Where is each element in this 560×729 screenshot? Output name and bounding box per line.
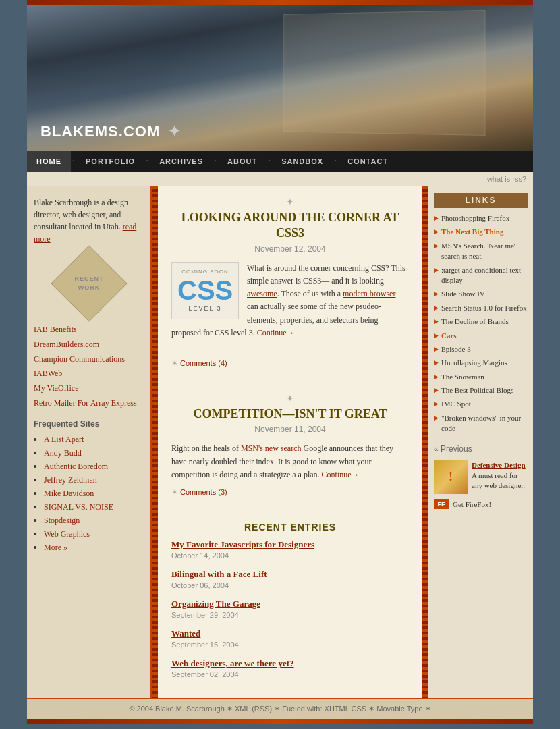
nav-sep-1: ·	[71, 155, 76, 167]
recent-entry-date-1: October 06, 2004	[171, 581, 229, 589]
article-css3: ✦ LOOKING AROUND THE CORNER AT CSS3 Nove…	[171, 196, 409, 379]
client-link-1[interactable]: DreamBuilders.com	[34, 339, 144, 350]
previous-link[interactable]: « Previous	[434, 444, 528, 454]
nav-contact[interactable]: CONTACT	[338, 151, 397, 172]
article-date-1: November 12, 2004	[171, 244, 409, 254]
article-comments-2[interactable]: Comments (3)	[180, 488, 227, 496]
client-link-0[interactable]: IAB Benefits	[34, 324, 144, 335]
site-title: BLAKEMS.COM ✦	[40, 123, 181, 140]
freq-link-1[interactable]: Andy Budd	[44, 448, 144, 458]
right-link-1[interactable]: The Next Big Thing	[434, 227, 528, 237]
recent-entry-4: Web designers, are we there yet? Septemb…	[171, 658, 409, 680]
css3-continue-link[interactable]: Continue→	[257, 328, 295, 338]
recent-entry-date-4: September 02, 2004	[171, 670, 239, 678]
nav-sep-3: ·	[213, 155, 218, 167]
recent-entries-title: RECENT ENTRIES	[171, 522, 409, 533]
css-badge: COMING SOON CSS LEVEL 3	[171, 262, 239, 319]
msn-search-link[interactable]: MSN's new search	[241, 443, 301, 453]
nav-portfolio[interactable]: PORTFOLIO	[76, 151, 144, 172]
right-link-5[interactable]: Search Status 1.0 for Firefox	[434, 303, 528, 313]
competition-continue-link[interactable]: Continue→	[322, 470, 360, 479]
article-competition: ✦ COMPETITION—ISN'T IT GREAT November 11…	[171, 393, 409, 508]
right-link-13[interactable]: "Broken windows" in your code	[434, 413, 528, 434]
freq-link-3[interactable]: Jeffrey Zeldman	[44, 475, 144, 485]
nav-sep-2: ·	[144, 155, 150, 167]
recent-work-diamond: RECENT WORK	[34, 253, 144, 314]
defensive-design-ad: ! Defensive Design A must read for any w…	[434, 460, 528, 494]
recent-entry-date-3: September 15, 2004	[171, 641, 239, 649]
recent-entry-link-2[interactable]: Organizing The Garage	[171, 599, 260, 609]
css3-awesome-link[interactable]: awesome	[247, 289, 277, 298]
article-star-2: ✦	[171, 393, 409, 404]
left-sidebar: Blake Scarbrough is a design director, w…	[27, 186, 152, 698]
freq-link-4[interactable]: Mike Davidson	[44, 488, 144, 499]
right-link-3[interactable]: :target and conditional text display	[434, 265, 528, 286]
css-number: CSS	[177, 277, 233, 304]
freq-link-more[interactable]: More »	[44, 542, 144, 553]
right-sidebar: LINKS Photoshopping Firefox The Next Big…	[428, 186, 533, 698]
center-column: ✦ LOOKING AROUND THE CORNER AT CSS3 Nove…	[152, 186, 428, 698]
right-link-0[interactable]: Photoshopping Firefox	[434, 213, 528, 223]
firefox-text: Get FireFox!	[453, 500, 491, 508]
nav-about[interactable]: ABOUT	[218, 151, 267, 172]
right-link-6[interactable]: The Decline of Brands	[434, 317, 528, 327]
nav-archives[interactable]: ARCHIVES	[150, 151, 213, 172]
article-date-2: November 11, 2004	[171, 425, 409, 434]
firefox-block: FF Get FireFox!	[434, 500, 528, 509]
nav-home[interactable]: HOME	[27, 151, 71, 172]
page-wrapper: BLAKEMS.COM ✦ HOME · PORTFOLIO · ARCHIVE…	[27, 0, 533, 724]
article-title-1: LOOKING AROUND THE CORNER AT CSS3	[171, 210, 409, 242]
right-link-7[interactable]: Cars	[434, 331, 528, 341]
main-navigation: HOME · PORTFOLIO · ARCHIVES · ABOUT · SA…	[27, 151, 533, 172]
client-link-5[interactable]: Retro Mailer For Array Express	[34, 398, 144, 409]
nav-sep-5: ·	[333, 155, 338, 167]
nav-sandbox[interactable]: SANDBOX	[272, 151, 333, 172]
freq-link-5[interactable]: SIGNAL VS. NOISE	[44, 502, 144, 512]
client-link-3[interactable]: IABWeb	[34, 368, 144, 379]
css-level: LEVEL 3	[177, 304, 233, 313]
recent-entry-3: Wanted September 15, 2004	[171, 628, 409, 650]
article-star-deco-1: ✶	[171, 358, 180, 368]
article-comments-1[interactable]: Comments (4)	[180, 359, 227, 367]
frequented-links: A List Apart Andy Budd Authentic Boredom…	[34, 434, 144, 553]
ad-link[interactable]: Defensive Design	[472, 461, 526, 469]
frequented-sites-title: Frequented Sites	[34, 419, 144, 429]
recent-entry-date-2: September 29, 2004	[171, 611, 239, 619]
rss-link[interactable]: what is rss?	[487, 175, 526, 183]
right-link-2[interactable]: MSN's Search. 'Near me' search is neat.	[434, 241, 528, 262]
site-header: BLAKEMS.COM ✦	[27, 5, 533, 151]
top-border	[27, 0, 533, 5]
article-star-1: ✦	[171, 196, 409, 208]
recent-entry-1: Bilingual with a Face Lift October 06, 2…	[171, 569, 409, 591]
main-layout: Blake Scarbrough is a design director, w…	[27, 186, 533, 698]
client-link-2[interactable]: Champion Communications	[34, 354, 144, 365]
recent-entry-link-0[interactable]: My Favorite Javascripts for Designers	[171, 539, 314, 549]
article-body-1: COMING SOON CSS LEVEL 3 What is around t…	[171, 262, 409, 352]
article-title-2: COMPETITION—ISN'T IT GREAT	[171, 406, 409, 422]
right-link-9[interactable]: Uncollapsing Margins	[434, 358, 528, 368]
right-link-8[interactable]: Episode 3	[434, 344, 528, 354]
client-link-4[interactable]: My ViaOffice	[34, 383, 144, 394]
css3-modern-browser-link[interactable]: modern browser	[343, 289, 395, 298]
recent-entry-link-3[interactable]: Wanted	[171, 628, 200, 639]
right-link-10[interactable]: The Snowman	[434, 372, 528, 382]
recent-entry-date-0: October 14, 2004	[171, 551, 229, 560]
bio-text: Blake Scarbrough is a design director, w…	[34, 196, 144, 245]
footer-text: © 2004 Blake M. Scarbrough ✶ XML (RSS) ✶…	[129, 705, 430, 713]
freq-link-6[interactable]: Stopdesign	[44, 515, 144, 526]
right-link-11[interactable]: The Best Political Blogs	[434, 385, 528, 396]
right-link-12[interactable]: IMC Spot	[434, 399, 528, 409]
recent-entry-link-4[interactable]: Web designers, are we there yet?	[171, 658, 293, 668]
ad-image: !	[434, 460, 468, 494]
rss-bar: what is rss?	[27, 172, 533, 186]
recent-entry-0: My Favorite Javascripts for Designers Oc…	[171, 539, 409, 561]
right-links-list: Photoshopping Firefox The Next Big Thing…	[434, 213, 528, 434]
nav-sep-4: ·	[267, 155, 272, 167]
right-link-4[interactable]: Slide Show IV	[434, 289, 528, 299]
freq-link-0[interactable]: A List Apart	[44, 434, 144, 445]
links-header: LINKS	[434, 193, 528, 208]
recent-entry-link-1[interactable]: Bilingual with a Face Lift	[171, 569, 267, 579]
freq-link-2[interactable]: Authentic Boredom	[44, 461, 144, 472]
freq-link-7[interactable]: Web Graphics	[44, 529, 144, 539]
article-body-2: Right on the heals of MSN's new search G…	[171, 442, 409, 481]
